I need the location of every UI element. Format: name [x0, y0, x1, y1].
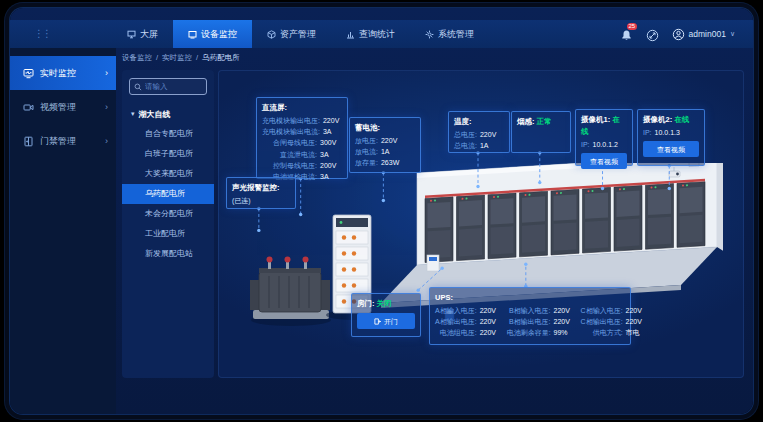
- open-door-icon: [374, 318, 381, 325]
- tree-item[interactable]: 新发展配电站: [122, 244, 214, 264]
- field-label: A相输入电压:: [435, 305, 477, 316]
- tree-item[interactable]: 大奖来配电所: [122, 164, 214, 184]
- caret-down-icon: ▾: [131, 110, 135, 118]
- wall-mounted-box: [427, 255, 439, 271]
- camera-ip: 10.0.1.3: [655, 127, 680, 138]
- battery-panel: 蓄电池: 放电压:220V 放电流:1A 放存量:263W: [349, 117, 421, 173]
- field-value: 220V: [480, 129, 502, 140]
- field-label: 供电方式:: [581, 327, 623, 338]
- nav-tab-assets[interactable]: 资产管理: [252, 20, 331, 48]
- nav-right-cluster: 25 admin001 ∨: [620, 20, 753, 48]
- chevron-down-icon: ∨: [730, 30, 735, 38]
- tree-item-selected[interactable]: 乌药配电所: [122, 184, 214, 204]
- tree-parent-label: 湖大自线: [139, 109, 171, 120]
- stats-icon: [346, 30, 355, 39]
- notification-bell-icon[interactable]: 25: [620, 28, 633, 41]
- tree-item[interactable]: 工业配电所: [122, 224, 214, 244]
- sound-light-alarm-panel: 声光报警监控: (已连): [226, 177, 296, 209]
- breadcrumb-part[interactable]: 设备监控: [122, 53, 152, 63]
- field-value: 220V: [626, 316, 648, 327]
- field-value: 220V: [480, 327, 502, 338]
- chevron-right-icon: ›: [105, 68, 108, 78]
- field-value: 220V: [480, 305, 502, 316]
- app-window: ⋮⋮ 大屏 设备监控 资产管理 查询统计 系统管理: [10, 8, 753, 414]
- panel-title: 摄像机1:: [581, 115, 610, 124]
- fullscreen-icon[interactable]: [646, 28, 659, 41]
- nav-tab-system[interactable]: 系统管理: [410, 20, 489, 48]
- search-input[interactable]: [145, 82, 202, 91]
- field-value: 1A: [381, 146, 403, 157]
- field-value: 1A: [480, 140, 502, 151]
- field-value: 3A: [323, 126, 345, 137]
- field-label: 放存量:: [355, 157, 378, 168]
- panel-title: 温度:: [454, 116, 504, 128]
- breadcrumb-part[interactable]: 实时监控: [162, 53, 192, 63]
- field-label: A相输出电压:: [435, 316, 477, 327]
- nav-tab-dashboard[interactable]: 大屏: [112, 20, 173, 48]
- field-label: 电池组电压:: [435, 327, 477, 338]
- nav-tab-label: 大屏: [140, 28, 158, 41]
- field-label: C相输入电压:: [581, 305, 623, 316]
- collapse-grip-icon[interactable]: ⋮⋮: [34, 29, 50, 39]
- field-label: 充电模块输出电流:: [262, 126, 320, 137]
- temperature-panel: 温度: 总电压:220V 总电流:1A: [448, 111, 510, 153]
- search-icon: [134, 83, 142, 91]
- field-value: 市电: [626, 327, 648, 338]
- tree-item[interactable]: 白班子配电所: [122, 144, 214, 164]
- breadcrumb-separator: /: [156, 53, 158, 63]
- field-value: 220V: [323, 115, 345, 126]
- username: admin001: [689, 29, 726, 39]
- nav-tab-statistics[interactable]: 查询统计: [331, 20, 410, 48]
- open-door-button[interactable]: 开门: [357, 313, 415, 329]
- tree-item[interactable]: 自合专配电所: [122, 124, 214, 144]
- sidebar-item-realtime-monitor[interactable]: 实时监控 ›: [10, 56, 116, 90]
- tree-item[interactable]: 未会分配电所: [122, 204, 214, 224]
- nav-tab-label: 资产管理: [280, 28, 316, 41]
- field-value: 220V: [554, 305, 576, 316]
- sidebar-item-video-management[interactable]: 视频管理 ›: [10, 90, 116, 124]
- monitor-icon: [188, 30, 197, 39]
- panel-title: 蓄电池:: [355, 122, 415, 134]
- status-badge: 关闭: [377, 299, 392, 308]
- nav-tab-device-monitor[interactable]: 设备监控: [173, 20, 252, 48]
- screen-icon: [127, 30, 136, 39]
- field-label: 充电模块输出电压:: [262, 115, 320, 126]
- tree-parent-node[interactable]: ▾ 湖大自线: [122, 104, 214, 124]
- breadcrumb-current: 乌药配电所: [202, 53, 240, 63]
- sidebar: 实时监控 › 视频管理 › 门禁管理 ›: [10, 48, 116, 414]
- door-panel: 房门: 关闭 开门: [351, 293, 421, 337]
- 3d-monitor-canvas[interactable]: 直流屏: 充电模块输出电压:220V 充电模块输出电流:3A 合闸母线电压:30…: [218, 70, 744, 378]
- sidebar-item-door-access[interactable]: 门禁管理 ›: [10, 124, 116, 158]
- asset-icon: [267, 30, 276, 39]
- field-label: 控制母线电压:: [262, 160, 317, 171]
- field-label: 放电压:: [355, 135, 378, 146]
- dc-screen-panel: 直流屏: 充电模块输出电压:220V 充电模块输出电流:3A 合闸母线电压:30…: [256, 97, 348, 179]
- realtime-monitor-icon: [23, 68, 34, 79]
- field-label: 总电流:: [454, 140, 477, 151]
- view-video-button[interactable]: 查看视频: [643, 141, 699, 157]
- user-menu[interactable]: admin001 ∨: [672, 28, 735, 41]
- panel-title: UPS:: [435, 292, 625, 304]
- field-value: 220V: [381, 135, 403, 146]
- nav-tab-label: 设备监控: [201, 28, 237, 41]
- smoke-sensor-panel: 烟感: 正常: [511, 111, 571, 153]
- video-camera-icon: [23, 102, 34, 113]
- camera1-panel: 摄像机1: 在线 IP:10.0.1.2 查看视频: [575, 109, 633, 166]
- avatar-icon: [672, 28, 685, 41]
- field-label: IP:: [581, 139, 590, 150]
- field-label: 合闸母线电压:: [262, 137, 317, 148]
- ups-grid: A相输入电压:220V B相输入电压:220V C相输入电压:220V A相输出…: [435, 305, 625, 339]
- sidebar-item-label: 实时监控: [40, 67, 76, 80]
- panel-title: 摄像机2:: [643, 115, 672, 124]
- view-video-button[interactable]: 查看视频: [581, 153, 627, 169]
- app-screen: ⋮⋮ 大屏 设备监控 资产管理 查询统计 系统管理: [0, 0, 763, 422]
- nav-tabs: 大屏 设备监控 资产管理 查询统计 系统管理: [112, 20, 489, 48]
- field-value: 220V: [554, 316, 576, 327]
- settings-icon: [425, 30, 434, 39]
- door-access-icon: [23, 136, 34, 147]
- field-label: C相输出电压:: [581, 316, 623, 327]
- breadcrumb: 设备监控 / 实时监控 / 乌药配电所: [122, 53, 240, 63]
- field-label: IP:: [643, 127, 652, 138]
- panel-title: 房门:: [357, 299, 375, 308]
- chevron-right-icon: ›: [105, 102, 108, 112]
